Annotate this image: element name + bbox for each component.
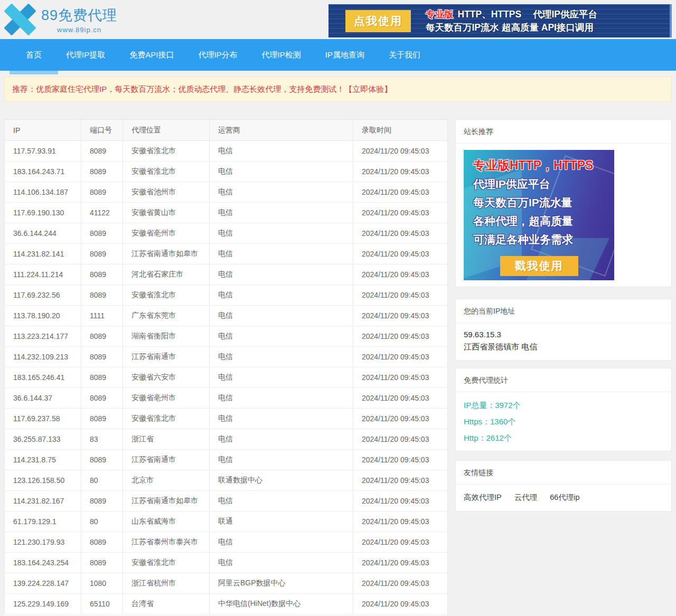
- table-cell: 河北省石家庄市: [123, 264, 210, 285]
- table-cell: 8089: [81, 491, 123, 511]
- site-logo[interactable]: 89免费代理 www.89ip.cn: [5, 5, 117, 34]
- table-cell: 2024/11/20 09:45:03: [353, 347, 448, 367]
- table-row: 36.6.144.378089安徽省亳州市电信2024/11/20 09:45:…: [5, 388, 448, 409]
- current-ip-location: 江西省景德镇市 电信: [464, 340, 663, 353]
- notice-cta-link[interactable]: 【立即体验】: [344, 84, 392, 93]
- table-cell: 2024/11/20 09:45:03: [353, 409, 448, 429]
- banner-cta-button[interactable]: 点我使用: [345, 10, 411, 32]
- table-cell: 183.165.246.41: [5, 367, 81, 388]
- table-cell: 2024/11/20 09:45:03: [353, 594, 448, 614]
- friend-link[interactable]: 高效代理IP: [464, 493, 502, 501]
- current-ip-box: 您的当前IP地址 59.63.15.3 江西省景德镇市 电信: [455, 299, 672, 361]
- table-cell: 121.230.179.93: [5, 532, 81, 553]
- table-cell: 2024/11/20 09:45:03: [353, 532, 448, 553]
- table-cell: 114.231.8.75: [5, 450, 81, 470]
- table-cell: 2024/11/20 09:45:03: [353, 470, 448, 491]
- table-cell: 61.179.129.1: [5, 511, 81, 532]
- table-cell: 117.69.232.56: [5, 285, 81, 306]
- column-header: 端口号: [81, 120, 123, 141]
- table-cell: 安徽省池州市: [123, 182, 210, 203]
- table-row: 61.179.129.180山东省威海市联通2024/11/20 09:45:0…: [5, 511, 448, 532]
- table-cell: 电信: [210, 429, 353, 450]
- nav-item-ip-check[interactable]: 代理IP检测: [250, 39, 313, 71]
- table-cell: 113.78.190.20: [5, 306, 81, 326]
- nav-item-ip-location[interactable]: IP属地查询: [313, 39, 377, 71]
- table-cell: 安徽省亳州市: [123, 388, 210, 409]
- nav-item-free-api[interactable]: 免费API接口: [117, 39, 186, 71]
- table-cell: 113.223.214.177: [5, 326, 81, 347]
- proxy-table: IP端口号代理位置运营商录取时间 117.57.93.918089安徽省淮北市电…: [4, 119, 448, 614]
- table-cell: 2024/11/20 09:45:03: [353, 244, 448, 264]
- table-cell: 8089: [81, 553, 123, 573]
- table-cell: 2024/11/20 09:45:03: [353, 553, 448, 573]
- table-row: 36.6.144.2448089安徽省亳州市电信2024/11/20 09:45…: [5, 223, 448, 244]
- table-cell: 电信: [210, 491, 353, 511]
- table-row: 183.164.243.2548089安徽省淮北市电信2024/11/20 09…: [5, 553, 448, 573]
- stats-title: 免费代理统计: [456, 368, 671, 392]
- friend-link[interactable]: 云代理: [514, 493, 538, 501]
- table-cell: 2024/11/20 09:45:03: [353, 491, 448, 511]
- stat-item: Https：1360个: [464, 417, 663, 427]
- table-cell: 2024/11/20 09:45:03: [353, 306, 448, 326]
- table-cell: 湖南省衡阳市: [123, 326, 210, 347]
- table-cell: 117.69.237.58: [5, 409, 81, 429]
- table-cell: 安徽省六安市: [123, 367, 210, 388]
- table-row: 113.223.214.1778089湖南省衡阳市电信2024/11/20 09…: [5, 326, 448, 347]
- table-cell: 北京市: [123, 470, 210, 491]
- sidebar: 站长推荐 专业版HTTP，HTTPS代理IP供应平台每天数百万IP流水量各种代理…: [455, 119, 672, 511]
- table-cell: 电信: [210, 450, 353, 470]
- nav-item-ip-distribution[interactable]: 代理IP分布: [186, 39, 249, 71]
- table-row: 117.69.237.588089安徽省淮北市电信2024/11/20 09:4…: [5, 409, 448, 429]
- table-cell: 8089: [81, 532, 123, 553]
- table-cell: 电信: [210, 162, 353, 182]
- table-cell: 电信: [210, 141, 353, 162]
- table-cell: 8089: [81, 450, 123, 470]
- table-row: 114.106.134.1878089安徽省池州市电信2024/11/20 09…: [5, 182, 448, 203]
- current-ip-title: 您的当前IP地址: [456, 299, 671, 323]
- friend-link[interactable]: 66代理ip: [550, 493, 579, 501]
- page-header: 89免费代理 www.89ip.cn 点我使用 专业版HTTP、HTTPS 代理…: [0, 0, 676, 39]
- table-cell: 117.57.93.91: [5, 141, 81, 162]
- table-cell: 2024/11/20 09:45:03: [353, 388, 448, 409]
- column-header: 代理位置: [123, 120, 210, 141]
- table-cell: 电信: [210, 203, 353, 223]
- table-row: 121.230.179.938089江苏省泰州市泰兴市电信2024/11/20 …: [5, 532, 448, 553]
- header-ad-banner[interactable]: 点我使用 专业版HTTP、HTTPS 代理IP供应平台 每天数百万IP流水 超高…: [328, 4, 672, 37]
- table-cell: 114.232.109.213: [5, 347, 81, 367]
- nav-item-about[interactable]: 关于我们: [377, 39, 433, 71]
- table-cell: 中华电信(HiNet)数据中心: [210, 594, 353, 614]
- table-cell: 65110: [81, 594, 123, 614]
- table-cell: 125.229.149.169: [5, 594, 81, 614]
- table-cell: 2024/11/20 09:45:03: [353, 429, 448, 450]
- table-cell: 联通: [210, 511, 353, 532]
- table-cell: 8089: [81, 367, 123, 388]
- sidebar-ad-button[interactable]: 戳我使用: [500, 256, 578, 276]
- nav-item-home[interactable]: 首页: [14, 39, 54, 71]
- table-cell: 江苏省南通市如皋市: [123, 491, 210, 511]
- table-cell: 2024/11/20 09:45:03: [353, 573, 448, 594]
- stats-list: IP总量：3972个Https：1360个Http：2612个: [456, 392, 671, 451]
- table-cell: 安徽省淮北市: [123, 162, 210, 182]
- table-cell: 183.164.243.71: [5, 162, 81, 182]
- table-cell: 电信: [210, 223, 353, 244]
- table-cell: 8089: [81, 162, 123, 182]
- sidebar-ad-banner[interactable]: 专业版HTTP，HTTPS代理IP供应平台每天数百万IP流水量各种代理，超高质量…: [464, 150, 614, 280]
- table-cell: 2024/11/20 09:45:03: [353, 285, 448, 306]
- table-row: 114.231.82.1678089江苏省南通市如皋市电信2024/11/20 …: [5, 491, 448, 511]
- table-cell: 8089: [81, 182, 123, 203]
- table-cell: 114.106.134.187: [5, 182, 81, 203]
- table-cell: 8089: [81, 388, 123, 409]
- table-cell: 联通数据中心: [210, 470, 353, 491]
- table-cell: 江苏省南通市如皋市: [123, 244, 210, 264]
- table-cell: 江苏省泰州市泰兴市: [123, 532, 210, 553]
- banner-ad-text: 专业版HTTP、HTTPS 代理IP供应平台 每天数百万IP流水 超高质量 AP…: [426, 8, 597, 34]
- main-nav: 首页代理IP提取免费API接口代理IP分布代理IP检测IP属地查询关于我们: [0, 39, 676, 71]
- table-cell: 183.164.243.254: [5, 553, 81, 573]
- table-cell: 电信: [210, 553, 353, 573]
- table-cell: 80: [81, 511, 123, 532]
- table-row: 117.57.93.918089安徽省淮北市电信2024/11/20 09:45…: [5, 141, 448, 162]
- table-cell: 电信: [210, 326, 353, 347]
- table-cell: 电信: [210, 409, 353, 429]
- nav-item-ip-extract[interactable]: 代理IP提取: [54, 39, 117, 71]
- column-header: IP: [5, 120, 81, 141]
